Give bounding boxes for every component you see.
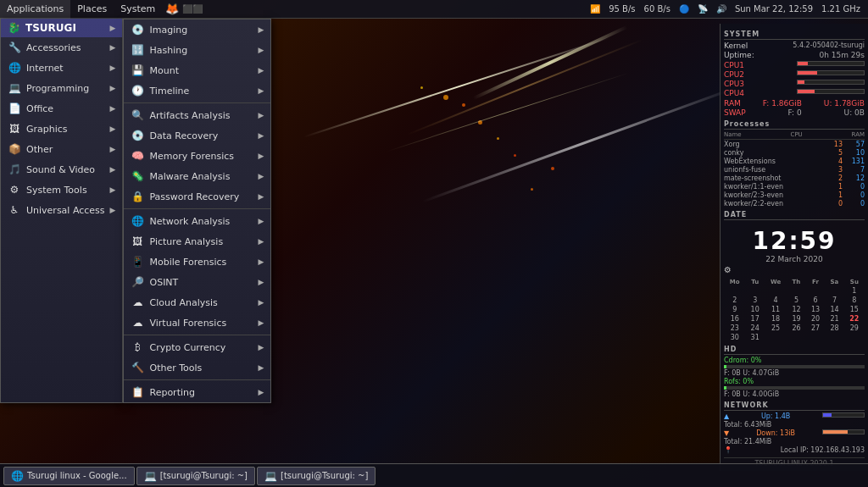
programming-item[interactable]: 💻 Programming ▶ — [1, 78, 122, 98]
calendar-settings-icon[interactable]: ⚙ — [724, 265, 732, 274]
artifacts-analysis-item[interactable]: 🔍 Artifacts Analysis ▶ — [124, 105, 270, 125]
applications-menu[interactable]: Applications — [0, 0, 70, 19]
volume-icon: 🔊 — [714, 4, 729, 14]
memory-forensics-chevron: ▶ — [259, 152, 264, 160]
proc-kworker2: kworker/2:3-even 1 0 — [724, 191, 865, 199]
cpu3-bar-container — [797, 80, 865, 85]
cal-cell — [806, 333, 826, 342]
system-menu[interactable]: System — [114, 0, 162, 19]
picture-analysis-item[interactable]: 🖼 Picture Analysis ▶ — [124, 231, 270, 252]
cal-cell: 25 — [765, 324, 787, 333]
window-btn-term1[interactable]: 💻 [tsurugi@Tsurugi: ~] — [136, 467, 255, 485]
osint-chevron: ▶ — [259, 278, 264, 286]
system-tools-item[interactable]: ⚙ System Tools ▶ — [1, 180, 122, 200]
osint-icon: 🔎 — [131, 275, 144, 289]
places-menu[interactable]: Places — [70, 0, 114, 19]
cal-cell: 15 — [844, 305, 865, 314]
crypto-currency-item[interactable]: ₿ Crypto Currency ▶ — [124, 337, 270, 357]
internet-label: Internet — [26, 63, 64, 74]
proc-unionfs-ram: 7 — [843, 166, 865, 174]
mount-item[interactable]: 💾 Mount ▶ — [124, 60, 270, 80]
cpu4-bar — [798, 90, 815, 93]
proc-conky-ram: 10 — [843, 149, 865, 157]
universal-access-icon: ♿ — [8, 203, 21, 217]
office-item[interactable]: 📄 Office ▶ — [1, 98, 122, 119]
hd-rofs-bar-outer — [724, 386, 865, 390]
wifi-icon: 📡 — [695, 4, 710, 14]
window-btn-term2[interactable]: 💻 [tsurugi@Tsurugi: ~] — [257, 467, 376, 485]
data-recovery-icon: 💿 — [131, 129, 144, 142]
sound-video-item[interactable]: 🎵 Sound & Video ▶ — [1, 159, 122, 180]
system-tools-icon: ⚙ — [8, 183, 21, 196]
proc-matescreenshot-cpu: 2 — [821, 174, 843, 182]
net-up-arrow: ▲ — [724, 412, 729, 420]
taskbar-status: 📶 95 B/s 60 B/s 🔵 📡 🔊 Sun Mar 22, 12:59 … — [587, 4, 868, 14]
firefox-icon[interactable]: 🦊 — [165, 3, 179, 15]
timeline-item[interactable]: 🕐 Timeline ▶ — [124, 80, 270, 101]
cal-cell: 14 — [825, 305, 844, 314]
graphics-label: Graphics — [26, 124, 68, 135]
cal-cell: 26 — [787, 324, 806, 333]
swap-u: U: 0B — [844, 108, 865, 117]
virtual-forensics-item[interactable]: ☁ Virtual Forensics ▶ — [124, 313, 270, 333]
data-recovery-item[interactable]: 💿 Data Recovery ▶ — [124, 125, 270, 146]
accessories-chevron: ▶ — [110, 43, 116, 52]
cpu2-row: CPU2 — [724, 70, 865, 79]
cal-cell: 18 — [765, 314, 787, 324]
password-recovery-item[interactable]: 🔒 Password Recovery ▶ — [124, 186, 270, 207]
cal-cell: 3 — [745, 296, 765, 305]
cloud-analysis-item[interactable]: ☁ Cloud Analysis ▶ — [124, 292, 270, 313]
network-up-speed: 95 B/s — [606, 4, 637, 14]
system-tools-label: System Tools — [26, 185, 87, 196]
reporting-item[interactable]: 📋 Reporting ▶ — [124, 382, 270, 402]
proc-matescreenshot-ram: 12 — [843, 174, 865, 182]
proc-webext-cpu: 4 — [821, 158, 843, 165]
primary-menu: 🐉 TSURUGI ▶ 🔧 Accessories ▶ 🌐 Internet ▶… — [0, 19, 123, 403]
other-tools-item[interactable]: 🔨 Other Tools ▶ — [124, 357, 270, 378]
memory-forensics-item[interactable]: 🧠 Memory Forensics ▶ — [124, 146, 270, 166]
cal-cell — [806, 286, 826, 296]
tsurugi-label: TSURUGI — [25, 22, 76, 34]
cal-cell: 21 — [825, 314, 844, 324]
tsurugi-menu-item[interactable]: 🐉 TSURUGI ▶ — [1, 19, 122, 37]
uptime-row: Uptime: 0h 15m 29s — [724, 51, 865, 59]
swap-label: SWAP — [724, 108, 746, 117]
cal-cell — [825, 333, 844, 342]
window-google-label: Tsurugi linux - Google... — [27, 471, 127, 480]
proc-xorg-ram: 57 — [843, 141, 865, 148]
network-analysis-item[interactable]: 🌐 Network Analysis ▶ — [124, 211, 270, 231]
cpu4-row: CPU4 — [724, 89, 865, 97]
programming-label: Programming — [26, 83, 89, 94]
terminal1-taskbar-icon: 💻 — [144, 470, 157, 482]
sound-video-label: Sound & Video — [26, 164, 95, 175]
imaging-item[interactable]: 💿 Imaging ▶ — [124, 19, 270, 40]
malware-analysis-item[interactable]: 🦠 Malware Analysis ▶ — [124, 166, 270, 186]
net-down-arrow: ▼ — [724, 429, 729, 437]
hashing-item[interactable]: 🔢 Hashing ▶ — [124, 40, 270, 60]
virtual-forensics-label: Virtual Forensics — [149, 318, 226, 329]
net-down-total-row: Total: 21.4MiB — [724, 438, 865, 445]
tsurugi-dragon-icon: 🐉 — [8, 22, 20, 34]
mobile-forensics-item[interactable]: 📱 Mobile Forensics ▶ — [124, 252, 270, 272]
cloud-analysis-icon: ☁ — [131, 296, 144, 309]
data-recovery-chevron: ▶ — [259, 131, 264, 140]
internet-item[interactable]: 🌐 Internet ▶ — [1, 58, 122, 78]
osint-item[interactable]: 🔎 OSINT ▶ — [124, 272, 270, 292]
hd-rofs-row: Rofs: 0% F: 0B U: 4.00GiB — [724, 378, 865, 398]
universal-access-item[interactable]: ♿ Universal Access ▶ — [1, 200, 122, 220]
graphics-item[interactable]: 🖼 Graphics ▶ — [1, 119, 122, 139]
cpu4-label: CPU4 — [724, 89, 744, 97]
swap-f: F: 0 — [788, 108, 802, 117]
window-btn-google[interactable]: 🌐 Tsurugi linux - Google... — [3, 467, 135, 485]
password-recovery-label: Password Recovery — [149, 191, 239, 202]
uptime-value: 0h 15m 29s — [819, 51, 865, 59]
mobile-forensics-label: Mobile Forensics — [149, 257, 226, 268]
network-analysis-label: Network Analysis — [149, 216, 230, 227]
other-item[interactable]: 📦 Other ▶ — [1, 139, 122, 159]
accessories-item[interactable]: 🔧 Accessories ▶ — [1, 37, 122, 58]
cal-mo: Mo — [724, 278, 745, 286]
system-panel: SYSTEM Kernel 5.4.2-050402-tsurugi Uptim… — [720, 24, 868, 471]
cal-th: Th — [787, 278, 806, 286]
network-down-speed: 60 B/s — [642, 4, 673, 14]
hd-cdrom-bar-outer — [724, 365, 865, 368]
